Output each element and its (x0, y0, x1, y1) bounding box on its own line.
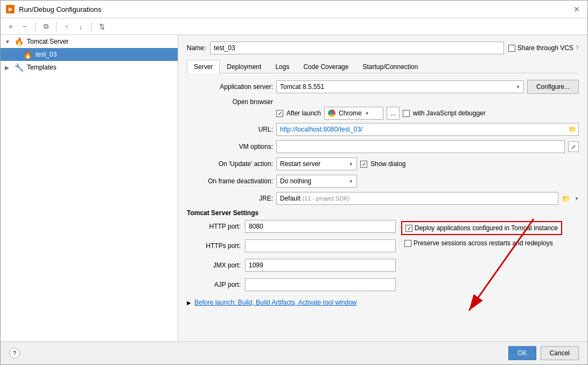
sidebar-item-test03[interactable]: 🔥 test_03 (1, 48, 178, 61)
dialog-icon: ▶ (6, 5, 15, 13)
jre-row: JRE: Default (11 - project SDK) 📁 ▼ (187, 192, 579, 205)
title-bar-left: ▶ Run/Debug Configurations (6, 5, 101, 13)
browser-value: Chrome (339, 109, 362, 117)
bottom-left: ? (9, 348, 20, 359)
http-port-row: HTTP port: (187, 220, 396, 233)
browser-dropdown[interactable]: Chrome ▼ (324, 107, 383, 120)
tabs: Server Deployment Logs Code Coverage Sta… (187, 60, 579, 73)
app-server-value: Tomcat 8.5.551 (280, 83, 324, 91)
main-body: ▼ 🔥 Tomcat Server 🔥 test_03 ▶ 🔧 Template… (1, 35, 587, 341)
app-server-dropdown[interactable]: Tomcat 8.5.551 ▼ (276, 80, 524, 93)
name-row: Name: Share through VCS ? (187, 42, 579, 54)
toolbar: + − ⧉ ↑ ↓ ⇅ (1, 18, 587, 35)
before-launch-label[interactable]: Before launch: Build, Build Artifacts, A… (194, 299, 357, 306)
expand-icon-tomcat: ▼ (5, 39, 11, 45)
sort-button[interactable]: ⇅ (96, 20, 108, 32)
bottom-bar: ? OK Cancel (1, 341, 587, 364)
configure-button[interactable]: Configure... (527, 80, 579, 94)
tomcat-settings-title: Tomcat Server Settings (187, 209, 579, 217)
remove-button[interactable]: − (19, 20, 31, 32)
js-debugger-label: with JavaScript debugger (413, 109, 486, 117)
jre-folder-icon: 📁 (562, 195, 570, 203)
tomcat-server-label: Tomcat Server (27, 38, 68, 45)
sidebar: ▼ 🔥 Tomcat Server 🔥 test_03 ▶ 🔧 Template… (1, 35, 178, 341)
jre-select[interactable]: Default (11 - project SDK) (276, 192, 558, 205)
vm-options-input[interactable] (276, 140, 565, 153)
copy-button[interactable]: ⧉ (40, 20, 52, 32)
frame-deactivation-row: On frame deactivation: Do nothing ▼ (187, 175, 579, 188)
preserve-checkbox[interactable] (404, 240, 411, 247)
close-button[interactable]: ✕ (571, 4, 582, 15)
https-port-label: HTTPs port: (187, 242, 241, 250)
bottom-right: OK Cancel (508, 346, 579, 360)
before-launch: ▶ Before launch: Build, Build Artifacts,… (187, 299, 579, 306)
jre-label: JRE: (187, 195, 273, 202)
sessions-box: Preserve sessions across restarts and re… (401, 237, 562, 249)
tab-code-coverage[interactable]: Code Coverage (296, 60, 355, 73)
url-input-wrap: 📁 (276, 123, 579, 136)
content-panel: Name: Share through VCS ? Server Deploym… (178, 35, 587, 341)
tomcat-settings-section: Tomcat Server Settings HTTP port: HTTPs … (187, 209, 579, 294)
sidebar-item-tomcat-server[interactable]: ▼ 🔥 Tomcat Server (1, 35, 178, 48)
preserve-label: Preserve sessions across restarts and re… (414, 239, 553, 247)
share-vcs-checkbox[interactable] (508, 45, 515, 52)
vm-options-label: VM options: (187, 143, 273, 150)
toolbar-separator (35, 22, 36, 31)
ajp-port-label: AJP port: (187, 281, 241, 288)
url-folder-icon: 📁 (569, 126, 577, 133)
sidebar-item-templates[interactable]: ▶ 🔧 Templates (1, 61, 178, 74)
share-vcs: Share through VCS ? (508, 44, 579, 52)
share-vcs-label: Share through VCS (517, 44, 573, 52)
name-input[interactable] (210, 42, 503, 54)
move-up-button[interactable]: ↑ (61, 20, 73, 32)
http-port-input[interactable] (245, 220, 396, 233)
vm-expand-icon[interactable]: ⤢ (568, 141, 579, 152)
expand-icon-templates: ▶ (5, 65, 11, 71)
url-row: URL: 📁 (187, 123, 579, 136)
js-debugger-checkbox[interactable] (403, 110, 410, 117)
frame-deactivation-label: On frame deactivation: (187, 177, 273, 185)
deploy-checkbox[interactable] (405, 225, 412, 232)
tab-deployment[interactable]: Deployment (220, 60, 268, 73)
jmx-port-input[interactable] (245, 259, 396, 272)
jre-value: Default (280, 195, 300, 202)
app-server-row: Application server: Tomcat 8.5.551 ▼ Con… (187, 80, 579, 94)
update-dropdown-arrow: ▼ (349, 162, 353, 167)
frame-dropdown[interactable]: Do nothing ▼ (276, 175, 357, 188)
https-port-input[interactable] (245, 239, 396, 252)
tab-logs[interactable]: Logs (268, 60, 296, 73)
jre-hint: (11 - project SDK) (302, 195, 349, 202)
app-server-dropdown-arrow: ▼ (516, 85, 520, 89)
ellipsis-button[interactable]: ... (387, 107, 400, 120)
help-button[interactable]: ? (9, 348, 20, 359)
ok-button[interactable]: OK (508, 346, 536, 360)
app-server-label: Application server: (187, 83, 273, 91)
deploy-label: Deploy applications configured in Tomcat… (415, 224, 558, 232)
update-action-label: On 'Update' action: (187, 160, 273, 168)
https-port-row: HTTPs port: (187, 239, 396, 252)
open-browser-label: Open browser (187, 98, 273, 106)
update-dropdown[interactable]: Restart server ▼ (276, 157, 357, 170)
after-launch-checkbox[interactable] (276, 110, 283, 117)
deploy-box: Deploy applications configured in Tomcat… (401, 221, 562, 235)
tab-startup-connection[interactable]: Startup/Connection (355, 60, 425, 73)
jmx-port-row: JMX port: (187, 259, 396, 272)
add-button[interactable]: + (5, 20, 17, 32)
title-bar: ▶ Run/Debug Configurations ✕ (1, 1, 587, 18)
show-dialog-label: Show dialog (370, 160, 405, 168)
test03-icon: 🔥 (23, 50, 32, 59)
tab-server[interactable]: Server (187, 60, 220, 73)
cancel-button[interactable]: Cancel (541, 346, 579, 360)
ajp-port-input[interactable] (245, 278, 396, 291)
checks-col: Deploy applications configured in Tomcat… (401, 220, 562, 294)
browser-row: After launch Chrome ▼ ... with JavaScrip… (276, 107, 579, 120)
show-dialog-checkbox[interactable] (360, 161, 367, 168)
move-down-button[interactable]: ↓ (75, 20, 87, 32)
port-rows-and-checks: HTTP port: HTTPs port: JMX port: (187, 220, 579, 294)
jmx-port-label: JMX port: (187, 261, 241, 269)
before-launch-expand[interactable]: ▶ (187, 300, 191, 306)
update-value: Restart server (280, 160, 320, 168)
url-input[interactable] (276, 123, 579, 136)
update-action-row: On 'Update' action: Restart server ▼ Sho… (187, 157, 579, 170)
port-rows-col: HTTP port: HTTPs port: JMX port: (187, 220, 396, 294)
